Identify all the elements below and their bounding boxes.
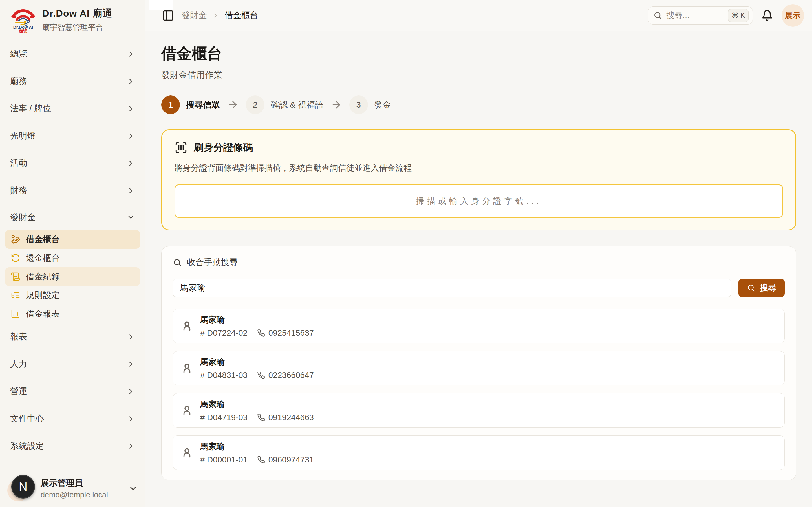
believer-search-input[interactable] (173, 279, 731, 297)
brand: Dr.Dow AI 廟通 Dr.Dow AI 廟通 廟宇智慧管理平台 (0, 0, 145, 39)
app-subtitle: 廟宇智慧管理平台 (42, 22, 112, 33)
scan-card-title: 刷身分證條碼 (194, 141, 253, 154)
sidebar-item-rituals[interactable]: 法事 / 牌位 (4, 95, 141, 122)
chevron-right-icon (126, 186, 135, 195)
sidebar-item-events[interactable]: 活動 (4, 150, 141, 177)
result-code: # D00001-01 (200, 455, 248, 464)
result-code: # D04831-03 (200, 371, 248, 380)
chevron-right-icon (126, 105, 135, 113)
sidebar-section-label: 發財金 (10, 212, 36, 223)
bell-icon[interactable] (761, 10, 773, 21)
chevron-down-icon (128, 484, 138, 493)
result-name: 馬家瑜 (200, 399, 314, 410)
sidebar-item-label: 文件中心 (10, 413, 44, 425)
page-title: 借金櫃台 (161, 43, 796, 64)
result-row[interactable]: 馬家瑜 # D00001-01 0960974731 (173, 436, 784, 470)
arrow-right-icon (227, 99, 239, 110)
main-area: 發財金 借金櫃台 搜尋... ⌘ K 展示 借金櫃台 發財金借用作業 1 搜尋信… (146, 0, 812, 507)
sidebar-item-label: 廟務 (10, 75, 27, 87)
chevron-right-icon (126, 50, 135, 58)
sidebar-item-temple-affairs[interactable]: 廟務 (4, 68, 141, 95)
phone-icon (257, 413, 265, 421)
rotate-ccw-icon (11, 253, 20, 263)
chevron-right-icon (126, 77, 135, 86)
search-placeholder: 搜尋... (666, 10, 724, 21)
sidebar-item-label: 借金紀錄 (26, 271, 60, 283)
chevron-right-icon (126, 414, 135, 423)
result-phone-number: 0960974731 (268, 455, 314, 464)
sidebar-item-hr[interactable]: 人力 (4, 350, 141, 378)
nextjs-badge-icon: N (11, 475, 35, 499)
sidebar-item-label: 規則設定 (26, 290, 60, 301)
sidebar-item-return-counter[interactable]: 還金櫃台 (5, 249, 140, 267)
result-phone-number: 0919244663 (268, 413, 314, 422)
sidebar-item-loan-reports[interactable]: 借金報表 (5, 304, 140, 323)
sidebar-item-label: 財務 (10, 185, 27, 196)
step-label: 確認 & 祝福語 (271, 99, 323, 111)
list-tree-icon (11, 290, 20, 300)
sidebar-item-reports[interactable]: 報表 (4, 323, 141, 350)
sidebar-item-finance[interactable]: 財務 (4, 177, 141, 204)
sidebar-nav: 總覽 廟務 法事 / 牌位 光明燈 活動 財務 發財金 借金 (0, 39, 145, 469)
id-scan-input[interactable] (174, 184, 783, 218)
result-code: # D07224-02 (200, 328, 248, 338)
user-menu[interactable]: 展 N 展示管理員 demo@temple.local (0, 469, 145, 507)
barcode-scan-icon (174, 141, 188, 154)
result-code: # D04719-03 (200, 413, 248, 422)
sidebar-item-label: 報表 (10, 331, 27, 342)
sidebar-item-label: 還金櫃台 (26, 252, 60, 264)
sidebar-item-loan-counter[interactable]: 借金櫃台 (5, 230, 140, 249)
search-button[interactable]: 搜尋 (739, 279, 784, 297)
result-phone-number: 0925415637 (268, 328, 314, 338)
step-dispense: 3 發金 (349, 96, 391, 114)
sidebar-item-lanterns[interactable]: 光明燈 (4, 122, 141, 150)
user-email: demo@temple.local (41, 491, 122, 499)
manual-search-card: 收合手動搜尋 搜尋 馬家瑜 # D07224-02 (161, 246, 796, 480)
id-scan-card: 刷身分證條碼 將身分證背面條碼對準掃描槍，系統自動查詢信徒並進入借金流程 (161, 129, 796, 230)
user-icon (181, 404, 193, 416)
result-row[interactable]: 馬家瑜 # D04719-03 0919244663 (173, 393, 784, 428)
search-icon (173, 258, 182, 267)
page-content: 借金櫃台 發財金借用作業 1 搜尋信眾 2 確認 & 祝福語 3 發金 刷身分證… (146, 31, 812, 507)
topbar: 發財金 借金櫃台 搜尋... ⌘ K 展示 (146, 0, 812, 31)
chevron-right-icon (126, 360, 135, 369)
step-number: 3 (349, 96, 368, 114)
step-number: 2 (246, 96, 264, 114)
sidebar-item-label: 活動 (10, 158, 27, 169)
phone-icon (257, 456, 265, 464)
search-results: 馬家瑜 # D07224-02 0925415637 馬家瑜 (173, 309, 784, 470)
demo-account-badge[interactable]: 展示 (781, 4, 804, 27)
result-row[interactable]: 馬家瑜 # D07224-02 0925415637 (173, 309, 784, 343)
global-search-input[interactable]: 搜尋... ⌘ K (648, 6, 753, 24)
search-icon (653, 11, 662, 20)
sidebar: Dr.Dow AI 廟通 Dr.Dow AI 廟通 廟宇智慧管理平台 總覽 廟務… (0, 0, 146, 507)
sidebar-item-documents[interactable]: 文件中心 (4, 405, 141, 432)
sidebar-item-label: 人力 (10, 358, 27, 370)
breadcrumb-parent[interactable]: 發財金 (182, 10, 207, 21)
sidebar-item-overview[interactable]: 總覽 (4, 40, 141, 68)
arrow-right-icon (331, 99, 342, 110)
step-label: 發金 (374, 99, 391, 111)
sidebar-item-system-settings[interactable]: 系統設定 (4, 432, 141, 460)
sidebar-item-operations[interactable]: 營運 (4, 378, 141, 405)
sidebar-item-label: 光明燈 (10, 130, 36, 142)
chevron-right-icon (126, 159, 135, 168)
sidebar-item-rule-settings[interactable]: 規則設定 (5, 286, 140, 304)
chevron-right-icon (126, 132, 135, 140)
user-name: 展示管理員 (41, 477, 122, 489)
result-phone-number: 0223660647 (268, 371, 314, 380)
step-confirm-blessing: 2 確認 & 祝福語 (246, 96, 323, 114)
result-name: 馬家瑜 (200, 356, 314, 368)
avatar: 展 N (7, 475, 35, 502)
step-search-believer: 1 搜尋信眾 (161, 96, 220, 114)
sidebar-item-label: 總覽 (10, 48, 27, 60)
bar-chart-icon (11, 309, 20, 319)
sidebar-item-loan-records[interactable]: 借金紀錄 (5, 267, 140, 286)
manual-search-collapse[interactable]: 收合手動搜尋 (173, 257, 784, 268)
sidebar-item-label: 系統設定 (10, 440, 44, 452)
sidebar-item-label: 借金報表 (26, 308, 60, 320)
breadcrumb: 發財金 借金櫃台 (182, 10, 258, 21)
sidebar-item-label: 法事 / 牌位 (10, 103, 51, 114)
result-row[interactable]: 馬家瑜 # D04831-03 0223660647 (173, 351, 784, 385)
sidebar-section-fortune-money[interactable]: 發財金 (4, 204, 141, 230)
